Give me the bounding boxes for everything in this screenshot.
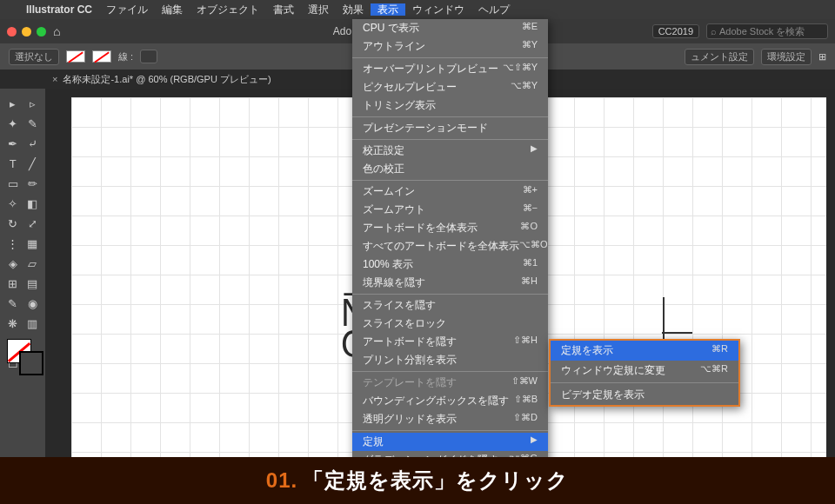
eraser-tool[interactable]: ◧ xyxy=(23,194,43,213)
menu-item[interactable]: 定規▶ xyxy=(352,433,548,451)
menu-item[interactable]: アートボードを隠す⇧⌘H xyxy=(352,333,548,351)
menu-item-label: アートボードを隠す xyxy=(363,335,457,349)
perspective-tool[interactable]: ▱ xyxy=(23,254,43,273)
separator xyxy=(352,139,548,140)
scale-tool[interactable]: ⤢ xyxy=(23,214,43,233)
submenu-item[interactable]: ウィンドウ定規に変更⌥⌘R xyxy=(551,361,738,381)
gradient-tool[interactable]: ▤ xyxy=(23,274,43,293)
curvature-tool[interactable]: ⤶ xyxy=(23,134,43,153)
version-dropdown[interactable]: CC2019 xyxy=(652,24,699,38)
free-transform-tool[interactable]: ▦ xyxy=(23,234,43,253)
minimize-icon[interactable] xyxy=(22,27,31,36)
rectangle-tool[interactable]: ▭ xyxy=(3,174,23,193)
document-tab[interactable]: 名称未設定-1.ai* @ 60% (RGB/GPU プレビュー) xyxy=(63,73,271,86)
menu-item-label: すべてのアートボードを全体表示 xyxy=(363,239,519,254)
menu-item[interactable]: スライスをロック xyxy=(352,315,548,333)
search-input[interactable]: ⌕ Adobe Stock を検索 xyxy=(706,23,828,39)
rotate-tool[interactable]: ↻ xyxy=(3,214,23,233)
menu-item-label: CPU で表示 xyxy=(363,21,419,36)
close-tab-icon[interactable]: × xyxy=(52,74,57,84)
submenu-item[interactable]: ビデオ定規を表示 xyxy=(551,385,738,405)
menu-item[interactable]: プリント分割を表示 xyxy=(352,351,548,369)
separator xyxy=(352,430,548,431)
menu-item-5[interactable]: 効果 xyxy=(336,3,371,16)
menu-item[interactable]: スライスを隠す xyxy=(352,296,548,315)
selection-tool[interactable]: ▸ xyxy=(3,94,23,113)
submenu-item-shortcut: ⌥⌘R xyxy=(700,363,728,378)
paintbrush-tool[interactable]: ✏ xyxy=(23,174,43,193)
selection-label: 選択なし xyxy=(9,49,59,65)
menu-item[interactable]: 境界線を隠す⌘H xyxy=(352,274,548,292)
menu-item-7[interactable]: ウィンドウ xyxy=(405,3,471,16)
magic-wand-tool[interactable]: ✦ xyxy=(3,114,23,133)
mesh-tool[interactable]: ⊞ xyxy=(3,274,23,293)
type-tool[interactable]: T xyxy=(3,154,23,173)
stroke-swatch-none[interactable] xyxy=(92,50,111,63)
menu-item[interactable]: 色の校正 xyxy=(352,160,548,178)
submenu-item-label: 定規を表示 xyxy=(561,343,613,358)
menu-item-shortcut: ⇧⌘D xyxy=(513,412,538,427)
menu-item[interactable]: バウンディングボックスを隠す⇧⌘B xyxy=(352,392,548,410)
submenu-item-shortcut: ⌘R xyxy=(711,343,728,358)
fill-stroke-picker[interactable] xyxy=(3,337,42,377)
shaper-tool[interactable]: ✧ xyxy=(3,194,23,213)
menu-item-0[interactable]: ファイル xyxy=(99,3,155,16)
separator xyxy=(352,116,548,117)
stroke-box-icon[interactable] xyxy=(19,351,43,375)
lasso-tool[interactable]: ✎ xyxy=(23,114,43,133)
home-icon[interactable]: ⌂ xyxy=(53,24,60,38)
menu-item-2[interactable]: オブジェクト xyxy=(190,3,266,16)
menu-item[interactable]: プレゼンテーションモード xyxy=(352,119,548,137)
menu-item-3[interactable]: 書式 xyxy=(266,3,301,16)
menu-item-6[interactable]: 表示 xyxy=(371,3,405,16)
menu-item[interactable]: オーバープリントプレビュー⌥⇧⌘Y xyxy=(352,60,548,78)
submenu-item-label: ビデオ定規を表示 xyxy=(561,388,645,402)
menu-item[interactable]: ズームイン⌘+ xyxy=(352,182,548,201)
shape-builder-tool[interactable]: ◈ xyxy=(3,254,23,273)
pen-tool[interactable]: ✒ xyxy=(3,134,23,153)
symbol-sprayer-tool[interactable]: ❋ xyxy=(3,314,23,333)
menu-item[interactable]: アートボードを全体表示⌘O xyxy=(352,219,548,237)
menu-item[interactable]: ピクセルプレビュー⌥⌘Y xyxy=(352,78,548,96)
menu-item-shortcut: ▶ xyxy=(531,143,538,158)
fill-swatch-none[interactable] xyxy=(66,50,85,63)
menu-item-shortcut: ▶ xyxy=(531,434,538,449)
menu-item-label: 校正設定 xyxy=(363,143,404,158)
line-tool[interactable]: ╱ xyxy=(23,154,43,173)
menu-item-shortcut: ⌘O xyxy=(520,221,538,235)
caption-number: 01. xyxy=(266,468,297,493)
window-controls xyxy=(7,27,46,36)
rulers-submenu: 定規を表示⌘Rウィンドウ定規に変更⌥⌘Rビデオ定規を表示 xyxy=(549,339,740,407)
menu-item-8[interactable]: ヘルプ xyxy=(471,3,517,16)
graph-tool[interactable]: ▥ xyxy=(23,314,43,333)
doc-settings-button[interactable]: ュメント設定 xyxy=(685,49,754,65)
close-icon[interactable] xyxy=(7,27,17,36)
menu-item-label: 境界線を隠す xyxy=(363,275,425,290)
menu-item[interactable]: CPU で表示⌘E xyxy=(352,19,548,37)
menu-item[interactable]: 校正設定▶ xyxy=(352,142,548,160)
menu-item[interactable]: トリミング表示 xyxy=(352,96,548,115)
width-tool[interactable]: ⋮ xyxy=(3,234,23,253)
panel-icon[interactable]: ⊞ xyxy=(818,51,826,63)
eyedropper-tool[interactable]: ✎ xyxy=(3,294,23,313)
menu-item-1[interactable]: 編集 xyxy=(155,3,190,16)
prefs-button[interactable]: 環境設定 xyxy=(761,49,812,65)
menu-item-label: バウンディングボックスを隠す xyxy=(363,394,509,408)
menu-item[interactable]: 100% 表示⌘1 xyxy=(352,255,548,274)
menu-item-label: アウトライン xyxy=(363,39,425,54)
menu-item[interactable]: アウトライン⌘Y xyxy=(352,37,548,56)
direct-selection-tool[interactable]: ▹ xyxy=(23,94,43,113)
maximize-icon[interactable] xyxy=(37,27,46,36)
menu-item[interactable]: ズームアウト⌘− xyxy=(352,201,548,219)
menu-item-shortcut: ⌥⇧⌘Y xyxy=(503,62,538,76)
menu-item-shortcut: ⌘1 xyxy=(523,257,538,272)
menu-item-label: アートボードを全体表示 xyxy=(363,221,478,235)
menu-item-label: スライスを隠す xyxy=(363,298,436,313)
menu-item-4[interactable]: 選択 xyxy=(301,3,336,16)
menu-item[interactable]: すべてのアートボードを全体表示⌥⌘O xyxy=(352,237,548,255)
app-name[interactable]: Illustrator CC xyxy=(19,3,99,16)
stroke-weight[interactable] xyxy=(140,50,157,63)
blend-tool[interactable]: ◉ xyxy=(23,294,43,313)
submenu-item[interactable]: 定規を表示⌘R xyxy=(551,341,738,361)
menu-item[interactable]: 透明グリッドを表示⇧⌘D xyxy=(352,410,548,428)
